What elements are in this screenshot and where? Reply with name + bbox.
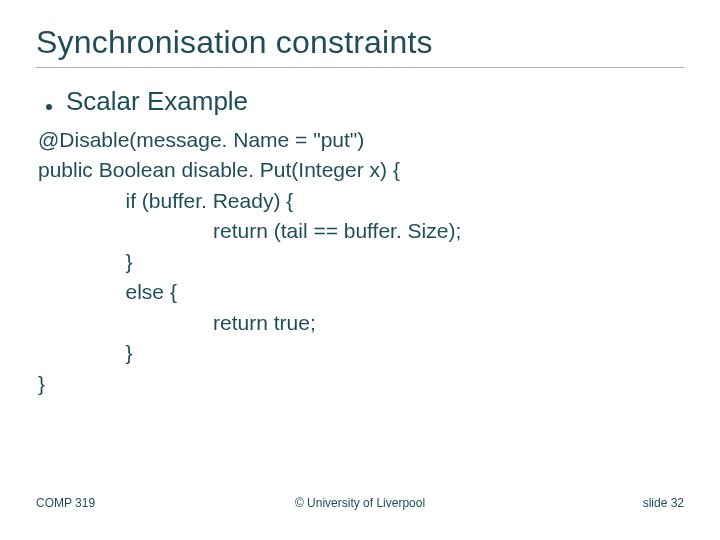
code-line: return true; [38, 311, 316, 334]
code-line: return (tail == buffer. Size); [38, 219, 461, 242]
code-line: if (buffer. Ready) { [38, 189, 293, 212]
page-title: Synchronisation constraints [36, 24, 684, 61]
code-line: else { [38, 280, 177, 303]
slide: Synchronisation constraints Scalar Examp… [0, 0, 720, 540]
code-block: @Disable(message. Name = "put") public B… [38, 125, 684, 399]
footer-center: © University of Liverpool [36, 496, 684, 510]
code-line: } [38, 372, 45, 395]
bullet-item: Scalar Example [46, 86, 684, 117]
bullet-dot-icon [46, 104, 52, 110]
code-line: } [38, 250, 133, 273]
code-line: @Disable(message. Name = "put") [38, 128, 364, 151]
divider [36, 67, 684, 68]
footer: COMP 319 © University of Liverpool slide… [36, 496, 684, 510]
code-line: } [38, 341, 133, 364]
code-line: public Boolean disable. Put(Integer x) { [38, 158, 400, 181]
bullet-text: Scalar Example [66, 86, 248, 117]
